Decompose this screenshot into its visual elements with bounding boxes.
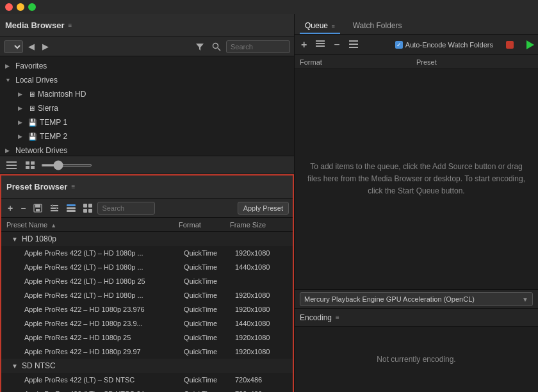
auto-encode-checkbox[interactable]: ✓: [395, 41, 403, 49]
apply-preset-button[interactable]: Apply Preset: [238, 202, 289, 215]
preset-name: Apple ProRes 422 – HD 1080p 25: [6, 334, 184, 341]
svg-rect-19: [67, 207, 76, 209]
svg-rect-5: [6, 168, 17, 169]
drive-sierra[interactable]: ▶ 🖥 Sierra: [0, 101, 294, 115]
encoding-content: Not currently encoding.: [295, 327, 538, 392]
queue-tab-menu-icon[interactable]: ≡: [331, 23, 334, 29]
drive-temp2[interactable]: ▶ 💾 TEMP 2: [0, 129, 294, 143]
zoom-slider[interactable]: [41, 164, 92, 167]
grid-view-btn[interactable]: [23, 160, 37, 170]
bottom-section: Mercury Playback Engine GPU Acceleration…: [295, 290, 538, 392]
temp1-label: TEMP 1: [40, 118, 67, 127]
table-row[interactable]: Apple ProRes 422 – HD 1080p 25 QuickTime…: [1, 331, 293, 345]
svg-rect-21: [83, 204, 87, 208]
preset-format: QuickTime: [184, 291, 235, 299]
queue-list-btn[interactable]: [346, 38, 361, 51]
sierra-label: Sierra: [38, 104, 58, 113]
table-row[interactable]: Apple ProRes 422 (LT) – SD NTSC 24p Quic…: [1, 387, 293, 392]
preset-framesize: 1920x1080: [235, 249, 293, 257]
close-button[interactable]: [5, 3, 13, 11]
favorites-label: Favorites: [15, 61, 47, 70]
preset-browser-header: Preset Browser ≡: [1, 176, 293, 199]
svg-rect-18: [67, 204, 76, 206]
right-panel: Queue ≡ Watch Folders + − ✓: [295, 14, 538, 392]
preset-name: Apple ProRes 422 (LT) – HD 1080p ...: [6, 291, 184, 299]
forward-button[interactable]: ▶: [40, 40, 51, 53]
queue-col-headers: Format Preset: [295, 55, 538, 69]
stop-button[interactable]: [506, 41, 514, 49]
encoding-menu-icon[interactable]: ≡: [336, 314, 339, 321]
table-row[interactable]: Apple ProRes 422 – HD 1080p 29.97 QuickT…: [1, 345, 293, 359]
preset-name: Apple ProRes 422 – HD 1080p 29.97: [6, 348, 184, 355]
back-button[interactable]: ◀: [26, 40, 37, 53]
queue-settings-btn[interactable]: [313, 38, 327, 51]
svg-rect-27: [316, 45, 325, 47]
hd1080p-section[interactable]: ▼ HD 1080p: [1, 232, 293, 246]
favorites-section[interactable]: ▶ Favorites: [0, 59, 294, 73]
preset-framesize: 1440x1080: [235, 320, 293, 327]
preset-table: Preset Name ▲ Format Frame Size ▼ HD 108…: [1, 218, 293, 392]
list-view-btn[interactable]: [4, 160, 19, 170]
preset-format: QuickTime: [184, 334, 235, 341]
macintosh-hd-chevron: ▶: [18, 91, 26, 97]
drive-temp1[interactable]: ▶ 💾 TEMP 1: [0, 115, 294, 129]
encoding-message: Not currently encoding.: [377, 355, 455, 364]
table-row[interactable]: Apple ProRes 422 (LT) – HD 1080p 25 Quic…: [1, 274, 293, 288]
preset-framesize: 1440x1080: [235, 263, 293, 271]
path-dropdown[interactable]: [4, 40, 23, 53]
svg-rect-4: [6, 165, 17, 166]
main-container: Media Browser ≡ ◀ ▶: [0, 14, 538, 392]
preset-name: Apple ProRes 422 (LT) – HD 1080p ...: [6, 249, 184, 257]
queue-message: To add items to the queue, click the Add…: [305, 161, 528, 198]
queue-format-col: Format: [300, 58, 416, 66]
settings-preset-btn[interactable]: [47, 202, 61, 214]
list-preset-btn[interactable]: [64, 202, 78, 214]
media-browser-toolbar: ◀ ▶: [0, 37, 294, 56]
queue-add-btn[interactable]: +: [298, 38, 309, 52]
titlebar: [0, 0, 538, 14]
table-row[interactable]: Apple ProRes 422 (LT) – HD 1080p ... Qui…: [1, 260, 293, 274]
preset-format: QuickTime: [184, 376, 235, 384]
table-row[interactable]: Apple ProRes 422 (LT) – HD 1080p ... Qui…: [1, 288, 293, 302]
table-row[interactable]: Apple ProRes 422 (LT) – SD NTSC QuickTim…: [1, 373, 293, 387]
file-tree: ▶ Favorites ▼ Local Drives ▶ 🖥 Macintosh…: [0, 56, 294, 156]
filter-button[interactable]: [193, 41, 207, 53]
local-drives-section[interactable]: ▼ Local Drives: [0, 73, 294, 87]
tab-watch-folders[interactable]: Watch Folders: [348, 19, 407, 34]
remove-preset-btn[interactable]: −: [18, 202, 28, 215]
queue-remove-btn[interactable]: −: [331, 38, 342, 52]
tab-queue[interactable]: Queue ≡: [300, 19, 340, 34]
hd1080p-chevron: ▼: [12, 236, 19, 243]
media-browser-menu-icon[interactable]: ≡: [68, 22, 72, 29]
queue-section: Queue ≡ Watch Folders + − ✓: [295, 14, 538, 290]
sdntsc-section[interactable]: ▼ SD NTSC: [1, 359, 293, 373]
svg-rect-3: [6, 161, 17, 163]
gpu-select-text: Mercury Playback Engine GPU Acceleration…: [304, 295, 519, 303]
thumb-preset-btn[interactable]: [81, 202, 95, 214]
sdntsc-chevron: ▼: [12, 363, 19, 370]
sort-name-icon[interactable]: ▲: [51, 222, 56, 229]
media-search-input[interactable]: [226, 40, 290, 53]
drive-macintosh-hd[interactable]: ▶ 🖥 Macintosh HD: [0, 87, 294, 101]
table-row[interactable]: Apple ProRes 422 – HD 1080p 23.9... Quic…: [1, 316, 293, 331]
svg-rect-24: [88, 209, 92, 213]
network-drives-chevron: ▶: [5, 147, 13, 154]
svg-rect-30: [349, 47, 358, 48]
table-row[interactable]: Apple ProRes 422 (LT) – HD 1080p ... Qui…: [1, 246, 293, 260]
save-preset-btn[interactable]: [31, 202, 45, 214]
maximize-button[interactable]: [28, 3, 36, 11]
play-button[interactable]: [526, 40, 534, 49]
table-row[interactable]: Apple ProRes 422 – HD 1080p 23.976 Quick…: [1, 302, 293, 316]
local-drives-chevron: ▼: [5, 77, 13, 83]
gpu-select-wrapper[interactable]: Mercury Playback Engine GPU Acceleration…: [300, 292, 533, 306]
preset-browser-menu-icon[interactable]: ≡: [71, 183, 75, 190]
preset-search-input[interactable]: [97, 202, 155, 215]
add-preset-btn[interactable]: +: [5, 202, 15, 215]
minimize-button[interactable]: [17, 3, 24, 11]
network-drives-section[interactable]: ▶ Network Drives: [0, 143, 294, 156]
gpu-select-arrow-icon: ▼: [522, 296, 528, 303]
svg-rect-14: [51, 208, 58, 209]
temp2-chevron: ▶: [18, 133, 26, 140]
auto-encode-label[interactable]: ✓ Auto-Encode Watch Folders: [395, 41, 493, 49]
search-button[interactable]: [209, 41, 224, 53]
